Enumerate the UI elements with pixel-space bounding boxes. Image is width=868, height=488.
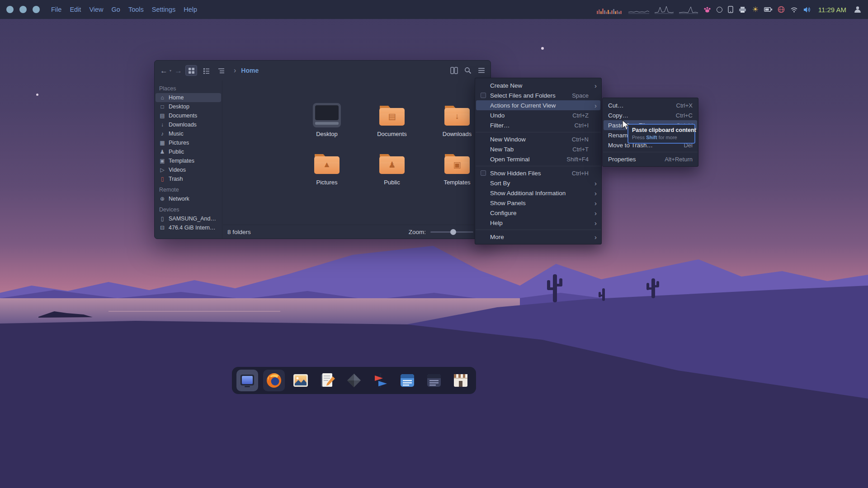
menu-edit[interactable]: Edit (66, 6, 85, 13)
window-button-3[interactable] (33, 6, 40, 13)
sidebar-item-documents[interactable]: ▤ Documents (156, 111, 221, 120)
videos-icon: ▷ (159, 167, 165, 173)
tablet-icon[interactable] (728, 6, 733, 13)
battery-icon[interactable] (764, 7, 772, 12)
menu-go[interactable]: Go (108, 6, 124, 13)
dock-item-software-store[interactable] (450, 370, 472, 391)
paw-icon[interactable] (703, 6, 711, 13)
dock-item-firefox[interactable] (263, 370, 285, 391)
submenu-item-copy[interactable]: Copy… Ctrl+C (604, 110, 697, 120)
menu-item-open-terminal[interactable]: Open Terminal Shift+F4 (476, 154, 600, 164)
folder-icon: ♟ (377, 150, 406, 176)
net-graph-widget[interactable] (628, 5, 649, 14)
sidebar-item-templates[interactable]: ▣ Templates (156, 156, 221, 165)
submenu-item-cut[interactable]: Cut… Ctrl+X (604, 100, 697, 110)
menu-item-show-panels[interactable]: Show Panels › (476, 198, 600, 208)
menu-item-shortcut: Ctrl+T (572, 146, 589, 153)
cpu-graph-widget[interactable] (655, 5, 674, 14)
downloads-emblem-icon: ↓ (443, 112, 472, 121)
checkbox-icon[interactable] (481, 93, 486, 98)
sidebar-item-desktop[interactable]: □ Desktop (156, 102, 221, 111)
dock-item-vector-graphics[interactable] (343, 370, 365, 391)
sidebar-item-label: Home (169, 94, 184, 101)
menu-settings[interactable]: Settings (148, 6, 179, 13)
dock-item-window-app-dark[interactable] (423, 370, 445, 391)
sidebar-item-downloads[interactable]: ↓ Downloads (156, 120, 221, 129)
compact-view-button[interactable] (200, 65, 212, 76)
sidebar-item-pictures[interactable]: ▦ Pictures (156, 138, 221, 147)
brightness-icon[interactable]: ☀ (752, 6, 758, 13)
hamburger-menu-icon[interactable] (478, 67, 485, 74)
bars-monitor-widget[interactable] (597, 5, 623, 14)
menu-item-help[interactable]: Help › (476, 218, 600, 228)
dock-item-notes-editor[interactable] (316, 370, 338, 391)
file-public[interactable]: ♟ Public (359, 150, 425, 198)
menu-item-show-hidden-files[interactable]: Show Hidden Files Ctrl+H (476, 168, 600, 178)
sidebar-item-samsung-android[interactable]: ▯ SAMSUNG_Android (156, 214, 221, 223)
breadcrumb[interactable]: Home (241, 67, 259, 74)
desktop-folder-icon (313, 103, 341, 127)
sidebar-item-videos[interactable]: ▷ Videos (156, 165, 221, 174)
menu-item-create-new[interactable]: Create New › (476, 80, 600, 90)
disk-graph-widget[interactable] (679, 5, 698, 14)
ring-indicator-icon[interactable] (717, 7, 722, 13)
wifi-icon[interactable] (790, 6, 798, 13)
pictures-icon: ▦ (159, 140, 165, 146)
sidebar-item-trash[interactable]: ▯ Trash (156, 174, 221, 183)
chevron-right-icon: › (591, 209, 597, 217)
split-view-icon[interactable] (450, 67, 458, 74)
dock-item-display[interactable] (236, 370, 258, 391)
file-pictures[interactable]: ▲ Pictures (294, 150, 359, 198)
menu-item-filter[interactable]: Filter… Ctrl+I (476, 120, 600, 130)
details-view-button[interactable] (215, 65, 227, 76)
window-button-1[interactable] (6, 6, 14, 13)
zoom-slider-knob[interactable] (450, 229, 456, 235)
menu-tools[interactable]: Tools (124, 6, 148, 13)
icons-view-button[interactable] (185, 65, 197, 76)
menu-item-label: Select Files and Folders (490, 92, 566, 99)
folder-icon: ▣ (443, 150, 472, 176)
menu-item-label: New Tab (490, 146, 567, 153)
menu-file[interactable]: File (47, 6, 66, 13)
menu-separator (476, 166, 601, 166)
dock-item-video-editor[interactable] (370, 370, 392, 391)
menu-help[interactable]: Help (179, 6, 201, 13)
globe-icon[interactable] (778, 6, 785, 13)
sidebar-item-music[interactable]: ♪ Music (156, 129, 221, 138)
sidebar-item-home[interactable]: ⌂ Home (156, 93, 221, 102)
back-history-caret-icon[interactable]: ▾ (170, 69, 171, 73)
folder-view[interactable]: Desktop ▤ Documents ↓ Downloads ♪ Music (223, 80, 491, 225)
submenu-item-properties[interactable]: Properties Alt+Return (604, 154, 697, 164)
dock-item-window-app-blue[interactable] (396, 370, 418, 391)
clock[interactable]: 11:29 AM (818, 6, 846, 14)
system-tray: ☀ 11:29 AM (597, 5, 868, 14)
window-button-2[interactable] (19, 6, 27, 13)
menu-item-new-tab[interactable]: New Tab Ctrl+T (476, 144, 600, 154)
tooltip-hint-post: for more (659, 135, 677, 140)
zoom-slider[interactable] (430, 231, 473, 233)
search-icon[interactable] (464, 67, 472, 74)
menu-item-undo[interactable]: Undo Ctrl+Z (476, 110, 600, 120)
menu-item-select-files-and-folders[interactable]: Select Files and Folders Space (476, 90, 600, 100)
menu-item-sort-by[interactable]: Sort By › (476, 178, 600, 188)
sidebar-item-network[interactable]: ⊕ Network (156, 194, 221, 203)
menu-item-new-window[interactable]: New Window Ctrl+N (476, 134, 600, 144)
sidebar-item-internal-drive[interactable]: ⊟ 476.4 GiB Internal… (156, 223, 221, 232)
sidebar-item-label: Templates (169, 158, 194, 164)
menu-item-actions-for-current-view[interactable]: Actions for Current View › (476, 100, 600, 110)
volume-icon[interactable] (803, 6, 811, 13)
printer-icon[interactable] (739, 6, 746, 13)
dock-item-image-viewer[interactable] (290, 370, 311, 391)
menu-view[interactable]: View (85, 6, 107, 13)
menu-item-show-additional-information[interactable]: Show Additional Information › (476, 188, 600, 198)
folder-icon: ▲ (312, 150, 341, 176)
back-icon[interactable]: ← (160, 67, 168, 75)
sidebar-item-public[interactable]: ♟ Public (156, 147, 221, 156)
user-icon[interactable] (854, 5, 862, 14)
file-documents[interactable]: ▤ Documents (359, 102, 425, 150)
file-desktop[interactable]: Desktop (294, 102, 359, 150)
checkbox-icon[interactable] (481, 170, 486, 176)
forward-icon[interactable]: → (175, 67, 182, 75)
menu-item-configure[interactable]: Configure › (476, 208, 600, 218)
menu-item-more[interactable]: More › (476, 232, 600, 242)
